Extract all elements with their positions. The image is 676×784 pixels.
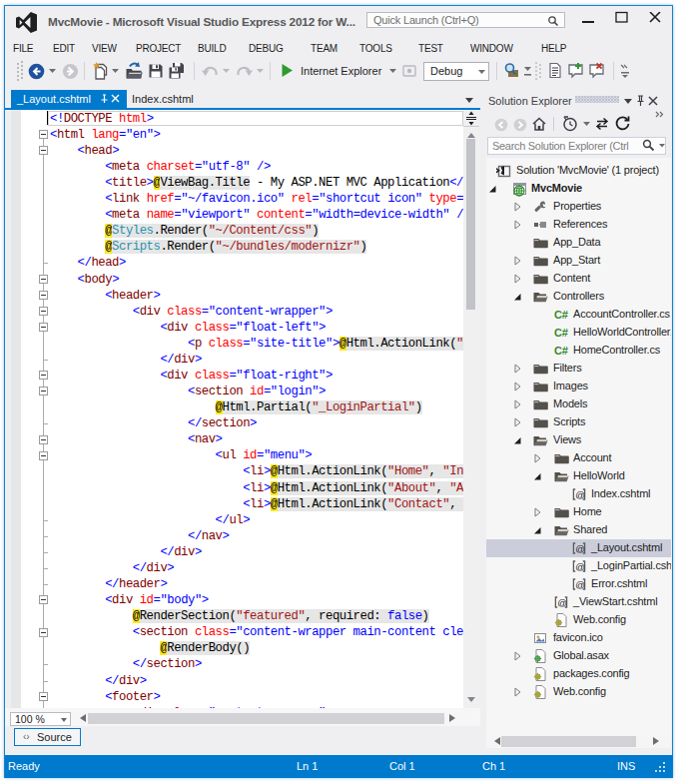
svg-text:@: @ — [575, 579, 584, 590]
svg-text:C#: C# — [554, 309, 568, 321]
svg-text:@: @ — [575, 543, 584, 554]
svg-text:@: @ — [557, 597, 566, 608]
svg-text:C#: C# — [554, 327, 568, 339]
svg-text:C#: C# — [554, 345, 568, 357]
svg-text:@: @ — [575, 489, 584, 500]
svg-text:@: @ — [575, 561, 584, 572]
